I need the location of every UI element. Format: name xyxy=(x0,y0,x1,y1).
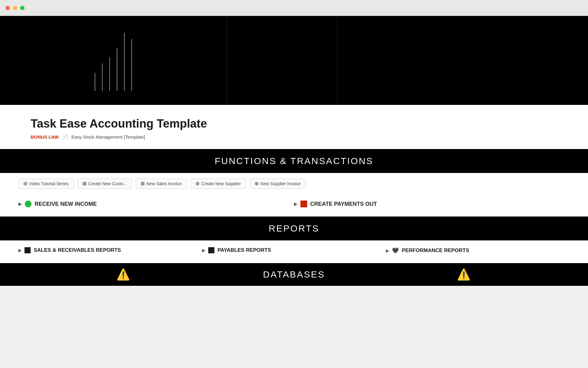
income-arrow: ▶ xyxy=(18,201,22,206)
heart-icon: 🖤 xyxy=(392,247,399,254)
sales-receivables-label: SALES & RECEIVABLES REPORTS xyxy=(34,247,121,253)
minimize-button[interactable] xyxy=(13,6,17,10)
performance-arrow: ▶ xyxy=(386,248,389,253)
reports-section-header: REPORTS xyxy=(0,217,588,240)
circle-icon xyxy=(196,182,199,186)
hero-left-panel xyxy=(0,16,227,105)
chart-bar xyxy=(131,39,132,91)
sales-receivables-report[interactable]: ▶ SALES & RECEIVABLES REPORTS xyxy=(18,247,202,253)
payments-square-icon xyxy=(300,201,307,207)
hero-right-panel xyxy=(337,16,588,105)
square-icon xyxy=(141,182,145,186)
chart-bar xyxy=(109,57,110,91)
bonus-row: BONUS LINK 📄 Easy Stock Management [Temp… xyxy=(31,134,557,140)
databases-title: DATABASES xyxy=(263,269,325,280)
create-customer-button[interactable]: Create New Custo... xyxy=(77,178,132,189)
create-payments-item[interactable]: ▶ CREATE PAYMENTS OUT xyxy=(294,201,570,207)
new-supplier-invoice-label: New Supplier Invoice xyxy=(260,181,301,186)
income-label: RECEIVE NEW INCOME xyxy=(35,201,97,207)
bar-chart-decoration xyxy=(95,30,132,91)
receive-income-item[interactable]: ▶ RECEIVE NEW INCOME xyxy=(18,201,294,207)
warning-right-icon: ⚠️ xyxy=(457,268,472,281)
close-button[interactable] xyxy=(6,6,10,10)
functions-section-header: FUNCTIONS & TRANSACTIONS xyxy=(0,149,588,173)
payables-label: PAYABLES REPORTS xyxy=(217,247,271,253)
chart-bar xyxy=(124,33,125,91)
payables-square-icon xyxy=(208,247,214,253)
new-sales-invoice-button[interactable]: New Sales Invoice xyxy=(136,178,187,189)
doc-icon: 📄 xyxy=(62,134,68,140)
payments-arrow: ▶ xyxy=(294,201,297,206)
sales-arrow: ▶ xyxy=(18,248,21,253)
create-supplier-label: Create New Supplier xyxy=(201,181,241,186)
create-customer-label: Create New Custo... xyxy=(88,181,127,186)
chart-bar xyxy=(95,73,95,91)
title-section: Task Ease Accounting Template BONUS LINK… xyxy=(0,105,588,149)
page-icon xyxy=(24,182,27,186)
warning-left-icon: ⚠️ xyxy=(116,268,131,281)
income-dot-icon xyxy=(25,201,32,207)
reports-rows: ▶ SALES & RECEIVABLES REPORTS ▶ PAYABLES… xyxy=(0,240,588,263)
new-supplier-invoice-button[interactable]: New Supplier Invoice xyxy=(250,178,306,189)
performance-label: PERFORMANCE REPORTS xyxy=(402,247,469,254)
circle-icon xyxy=(255,182,258,186)
performance-report[interactable]: ▶ 🖤 PERFORMANCE REPORTS xyxy=(386,247,570,254)
payments-label: CREATE PAYMENTS OUT xyxy=(310,201,377,207)
chart-bar xyxy=(102,63,103,91)
transaction-rows: ▶ RECEIVE NEW INCOME ▶ CREATE PAYMENTS O… xyxy=(0,194,588,217)
functions-toolbar: Video Tutorial Series Create New Custo..… xyxy=(0,173,588,194)
square-icon xyxy=(83,182,86,186)
databases-section-header: ⚠️ DATABASES ⚠️ xyxy=(0,263,588,286)
window-chrome xyxy=(0,0,588,16)
bonus-template-text: Easy Stock Management [Template] xyxy=(71,134,145,140)
video-tutorial-label: Video Tutorial Series xyxy=(29,181,69,186)
maximize-button[interactable] xyxy=(20,6,24,10)
page-title: Task Ease Accounting Template xyxy=(31,117,557,130)
video-tutorial-button[interactable]: Video Tutorial Series xyxy=(18,178,74,189)
bonus-link[interactable]: BONUS LINK xyxy=(31,134,59,140)
hero-banner xyxy=(0,16,588,105)
sales-square-icon xyxy=(24,247,31,253)
payables-report[interactable]: ▶ PAYABLES REPORTS xyxy=(202,247,386,253)
hero-mid-panel xyxy=(227,16,337,105)
chart-bar xyxy=(117,48,117,91)
new-sales-invoice-label: New Sales Invoice xyxy=(146,181,182,186)
create-supplier-button[interactable]: Create New Supplier xyxy=(190,178,246,189)
app-content: Task Ease Accounting Template BONUS LINK… xyxy=(0,16,588,286)
payables-arrow: ▶ xyxy=(202,248,205,253)
